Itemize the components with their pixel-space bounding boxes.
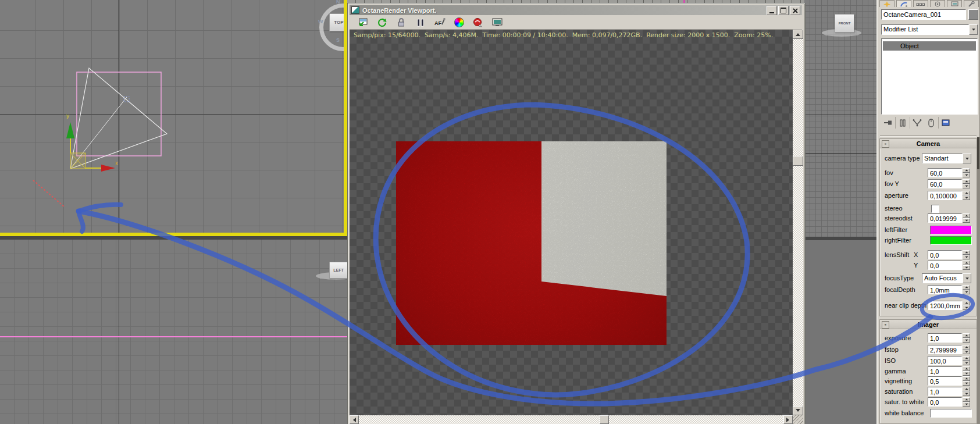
object-name-field[interactable] xyxy=(881,9,966,20)
collapse-icon[interactable]: - xyxy=(882,140,889,148)
lensshift-y-field[interactable]: 0,0 xyxy=(928,261,962,270)
whitebalance-picker-button[interactable] xyxy=(452,17,465,28)
focustype-dropdown[interactable]: Auto Focus xyxy=(922,273,971,283)
window-resize-grip[interactable] xyxy=(793,415,803,424)
panel-scrollbar[interactable] xyxy=(977,137,979,424)
object-color-swatch[interactable] xyxy=(968,9,978,20)
tab-display[interactable] xyxy=(947,0,962,7)
compass-north[interactable]: N xyxy=(336,0,340,5)
remove-modifier-icon xyxy=(928,119,935,127)
saturation-spinner[interactable] xyxy=(963,387,970,396)
render-status-line: Samp/pix: 15/64000. Samp/s: 4,406M. Time… xyxy=(354,31,773,39)
fov-field[interactable]: 60,0 xyxy=(928,168,962,177)
vertical-scrollbar[interactable] xyxy=(793,30,803,415)
panel-scroll-thumb[interactable] xyxy=(977,137,979,169)
pin-stack-button[interactable] xyxy=(881,117,895,129)
vertical-scroll-thumb[interactable] xyxy=(793,156,803,166)
chevron-down-icon xyxy=(969,24,978,35)
scroll-right-button[interactable] xyxy=(783,415,793,424)
lock-resolution-button[interactable] xyxy=(395,17,408,28)
fstop-spinner[interactable] xyxy=(963,345,970,354)
iso-field[interactable]: 100,0 xyxy=(928,356,962,365)
camera-type-dropdown[interactable]: Standart xyxy=(922,154,971,163)
autofocus-picker-button[interactable]: AF xyxy=(433,17,446,28)
tab-utilities[interactable] xyxy=(964,0,979,7)
restart-render-button[interactable] xyxy=(376,17,389,28)
compass-south[interactable]: S xyxy=(336,37,340,43)
tab-modify[interactable] xyxy=(896,0,911,7)
save-image-button[interactable] xyxy=(357,17,369,28)
vignetting-field[interactable]: 0,5 xyxy=(928,376,962,386)
stereodist-field[interactable]: 0,019999 xyxy=(928,213,962,223)
render-view[interactable]: Samp/pix: 15/64000. Samp/s: 4,406M. Time… xyxy=(350,30,793,415)
save-image-icon xyxy=(358,17,368,27)
configure-modifier-sets-button[interactable] xyxy=(938,117,953,129)
viewport-splitter xyxy=(804,237,876,240)
lensshift-y-spinner[interactable] xyxy=(963,261,970,270)
fov-spinner[interactable] xyxy=(963,168,970,177)
window-titlebar[interactable]: OctaneRender Viewport. xyxy=(350,5,802,15)
satur-to-white-field[interactable]: 0,0 xyxy=(928,397,962,407)
param-row-rightfilter: rightFilter xyxy=(876,236,980,245)
show-end-result-button[interactable] xyxy=(895,117,910,129)
gamma-field[interactable]: 1,0 xyxy=(928,366,962,376)
make-unique-button[interactable] xyxy=(910,117,924,129)
lensshift-x-field[interactable]: 0,0 xyxy=(928,250,962,259)
scroll-down-button[interactable] xyxy=(793,406,803,415)
collapse-icon[interactable]: - xyxy=(882,321,889,329)
white-balance-color-swatch[interactable] xyxy=(930,409,972,418)
scroll-left-button[interactable] xyxy=(350,415,359,424)
fit-to-screen-button[interactable] xyxy=(491,17,504,28)
exposure-spinner[interactable] xyxy=(963,333,970,343)
modifier-stack-item[interactable]: Object xyxy=(883,41,976,51)
fov-y-field[interactable]: 60,0 xyxy=(928,179,962,188)
stereo-checkbox[interactable] xyxy=(931,205,939,213)
stereodist-spinner[interactable] xyxy=(963,213,970,223)
viewport-top[interactable]: y x N W S TOP xyxy=(0,0,347,236)
fov-y-spinner[interactable] xyxy=(963,179,970,188)
horizontal-scroll-thumb[interactable] xyxy=(600,415,609,424)
param-row-lensshift-y: Y 0,0 xyxy=(876,261,980,270)
rollout-imager-header[interactable]: - Imager xyxy=(880,320,977,329)
viewcube-left[interactable]: LEFT xyxy=(329,262,348,279)
exposure-field[interactable]: 1,0 xyxy=(928,333,962,343)
focaldepth-field[interactable]: 1,0mm xyxy=(928,285,962,294)
close-button[interactable] xyxy=(790,6,800,15)
horizontal-scrollbar[interactable] xyxy=(350,415,793,424)
rightfilter-color-swatch[interactable] xyxy=(930,236,972,245)
command-panel-tabs xyxy=(879,0,979,7)
vignetting-spinner[interactable] xyxy=(963,376,970,386)
satur-to-white-spinner[interactable] xyxy=(963,397,970,407)
near-clip-depth-spinner[interactable] xyxy=(963,301,970,310)
maximize-button[interactable] xyxy=(778,6,789,15)
compass-west[interactable]: W xyxy=(318,19,323,24)
modifier-stack-list[interactable]: Object xyxy=(881,38,978,115)
rollout-camera-header[interactable]: - Camera xyxy=(880,139,977,148)
param-row-camera-type: camera type Standart xyxy=(876,154,980,163)
svg-text:AF: AF xyxy=(434,20,441,26)
aperture-spinner[interactable] xyxy=(963,191,970,200)
viewcube-front[interactable]: FRONT xyxy=(835,14,854,33)
focaldepth-spinner[interactable] xyxy=(963,285,970,294)
tab-motion[interactable] xyxy=(930,0,945,7)
saturation-field[interactable]: 1,0 xyxy=(928,387,962,396)
aperture-field[interactable]: 0,100000 xyxy=(928,191,962,200)
iso-spinner[interactable] xyxy=(963,356,970,365)
render-toolbar: AF xyxy=(350,16,802,30)
remove-modifier-button[interactable] xyxy=(924,117,938,129)
lensshift-x-spinner[interactable] xyxy=(963,250,970,259)
pause-render-button[interactable] xyxy=(414,17,427,28)
tab-create[interactable] xyxy=(879,0,895,7)
scroll-up-button[interactable] xyxy=(793,30,803,39)
modifier-list-dropdown[interactable]: Modifier List xyxy=(881,24,978,35)
near-clip-depth-field[interactable]: 1200,0mm xyxy=(928,301,962,310)
viewport-front-strip[interactable]: FRONT xyxy=(804,0,876,424)
gamma-spinner[interactable] xyxy=(963,366,970,376)
minimize-button[interactable] xyxy=(767,6,777,15)
leftfilter-color-swatch[interactable] xyxy=(930,226,972,234)
tab-hierarchy[interactable] xyxy=(913,0,928,7)
param-row-near-clip-depth: near clip depth 1200,0mm xyxy=(876,301,980,310)
network-render-button[interactable] xyxy=(472,17,484,28)
fstop-field[interactable]: 2,799999 xyxy=(928,345,962,354)
viewport-left[interactable]: LEFT xyxy=(0,240,347,424)
